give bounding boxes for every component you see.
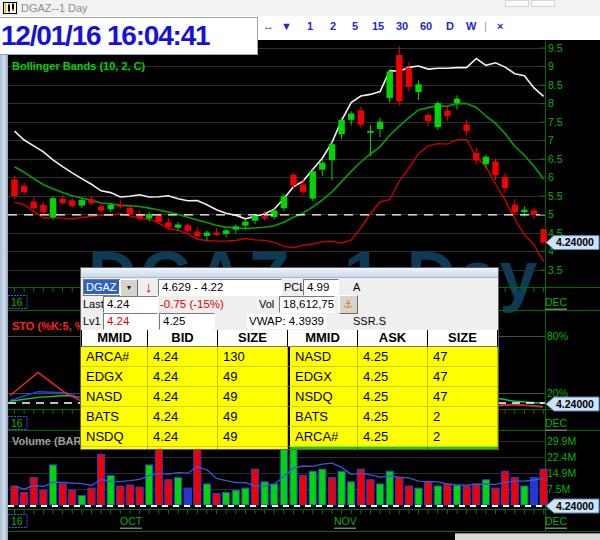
window-titlebar[interactable]: DGAZ--1 Day bbox=[0, 0, 600, 17]
date-first-label: 16 bbox=[11, 296, 23, 308]
l2-cell[interactable]: 4.25 bbox=[358, 427, 428, 447]
l2-cell[interactable]: 4.25 bbox=[358, 367, 428, 387]
direction-down-icon: ↓ bbox=[145, 278, 153, 295]
volume-tick-label: 22.4M bbox=[547, 451, 576, 463]
level2-titlebar[interactable] bbox=[81, 268, 498, 278]
date-first-label: 16 bbox=[11, 515, 23, 527]
month-label: DEC bbox=[545, 515, 568, 527]
l2-cell[interactable]: 47 bbox=[428, 367, 498, 387]
bollinger-upper-line bbox=[15, 59, 544, 219]
symbol-combo[interactable]: DGAZ bbox=[83, 279, 121, 296]
l2-cell[interactable]: 4.24 bbox=[148, 367, 218, 387]
change-text: -0.75 (-15%) bbox=[160, 298, 224, 310]
l2-cell[interactable]: 4.24 bbox=[148, 407, 218, 427]
volume-field: 18,612,753 bbox=[279, 296, 335, 313]
window-title: DGAZ--1 Day bbox=[21, 2, 88, 14]
month-label: DEC bbox=[545, 296, 568, 308]
timeframe-15min[interactable]: 15 bbox=[372, 20, 384, 32]
l2-table-row[interactable]: EDGA4.2445CHX4.26517 bbox=[81, 447, 498, 450]
l2-cell[interactable]: 4.25 bbox=[358, 387, 428, 407]
price-tick-label: 6.5 bbox=[548, 153, 563, 165]
l2-cell[interactable]: 47 bbox=[428, 347, 498, 367]
l2-cell[interactable]: 49 bbox=[218, 367, 288, 387]
last-price-tag: 4.24000 bbox=[546, 499, 599, 513]
close-icon[interactable]: × bbox=[497, 20, 503, 32]
last-label: Last bbox=[83, 298, 104, 310]
l2-table-row[interactable]: EDGX4.2449EDGX4.2547 bbox=[81, 367, 498, 387]
l2-cell[interactable]: 47 bbox=[428, 387, 498, 407]
level2-window[interactable]: DGAZ ▼ ↓ 4.629 - 4.22 PCL 4.99 A Last 4.… bbox=[80, 267, 499, 450]
l2-table-row[interactable]: ARCA#4.24130NASD4.2547 bbox=[81, 347, 498, 367]
l2-cell[interactable]: 4.25 bbox=[358, 347, 428, 367]
pan-arrows-icon[interactable]: ↔ bbox=[263, 20, 274, 32]
l2-cell[interactable]: 130 bbox=[218, 347, 288, 367]
timeframe-60min[interactable]: 60 bbox=[420, 20, 432, 32]
window-button-ghost[interactable] bbox=[505, 0, 529, 7]
tape-flag: A bbox=[353, 281, 360, 293]
l2-table-row[interactable]: BATS4.2449BATS4.252 bbox=[81, 407, 498, 427]
l2-cell[interactable]: NSDQ bbox=[288, 387, 358, 407]
price-tick-label: 5.5 bbox=[548, 190, 563, 202]
l2-cell[interactable]: NSDQ bbox=[81, 427, 148, 447]
l2-cell[interactable]: ARCA# bbox=[288, 427, 358, 447]
l2-cell[interactable]: NASD bbox=[288, 347, 358, 367]
price-tick-label: 7.5 bbox=[548, 116, 563, 128]
candlesticks bbox=[11, 46, 547, 243]
l2-cell[interactable]: NASD bbox=[81, 387, 148, 407]
timeframe-day[interactable]: D bbox=[446, 20, 454, 32]
window-frame-left bbox=[0, 40, 8, 540]
l2-cell[interactable]: EDGX bbox=[288, 367, 358, 387]
l2-table-row[interactable]: NSDQ4.2449ARCA#4.252 bbox=[81, 427, 498, 447]
l2-cell[interactable]: BATS bbox=[81, 407, 148, 427]
l2-cell[interactable]: 4.24 bbox=[148, 387, 218, 407]
dropdown-arrow-icon[interactable]: ▼ bbox=[281, 20, 292, 32]
price-tick-label: 8 bbox=[548, 97, 554, 109]
l2-header-cell: MMID bbox=[81, 330, 148, 347]
price-tick-label: 9 bbox=[548, 60, 554, 72]
anchor-button[interactable]: ⚓ bbox=[339, 295, 358, 314]
l2-cell[interactable]: 4.25 bbox=[358, 407, 428, 427]
l2-cell[interactable]: ARCA# bbox=[81, 347, 148, 367]
timeframe-week[interactable]: W bbox=[466, 20, 476, 32]
last-price-field: 4.24 bbox=[103, 296, 158, 313]
l2-header-cell: ASK bbox=[358, 330, 428, 347]
l2-cell[interactable]: 49 bbox=[218, 407, 288, 427]
timeframe-2min[interactable]: 2 bbox=[330, 20, 336, 32]
timeframe-30min[interactable]: 30 bbox=[396, 20, 408, 32]
ssr-flag: SSR.S bbox=[353, 315, 386, 327]
datetime-text: 12/01/16 16:04:41 bbox=[1, 20, 209, 52]
timeframe-5min[interactable]: 5 bbox=[352, 20, 358, 32]
l2-cell[interactable]: 4.24 bbox=[148, 427, 218, 447]
level2-table: MMIDBIDSIZEMMIDASKSIZEARCA#4.24130NASD4.… bbox=[81, 330, 498, 450]
day-range-field: 4.629 - 4.22 bbox=[158, 279, 282, 296]
l2-cell[interactable]: CHX bbox=[288, 447, 358, 450]
l2-cell[interactable]: BATS bbox=[288, 407, 358, 427]
l2-header-cell: MMID bbox=[288, 330, 358, 347]
l2-table-header: MMIDBIDSIZEMMIDASKSIZE bbox=[81, 330, 498, 347]
price-tick-label: 8.5 bbox=[548, 79, 563, 91]
sto-tick-label: 80% bbox=[547, 330, 568, 342]
l2-cell[interactable]: 4.24 bbox=[148, 447, 218, 450]
l2-cell[interactable]: 517 bbox=[428, 447, 498, 450]
lv1-label: Lv1 bbox=[83, 315, 101, 327]
l2-cell[interactable]: EDGX bbox=[81, 367, 148, 387]
window-button-ghost[interactable] bbox=[531, 0, 555, 7]
symbol-value: DGAZ bbox=[84, 280, 119, 294]
l2-cell[interactable]: 49 bbox=[218, 387, 288, 407]
l2-cell[interactable]: EDGA bbox=[81, 447, 148, 450]
datetime-display[interactable]: 12/01/16 16:04:41 bbox=[0, 17, 258, 55]
timeframe-1min[interactable]: 1 bbox=[307, 20, 313, 32]
volume-ma-line bbox=[15, 463, 544, 489]
lv1-bid-field: 4.24 bbox=[103, 313, 158, 330]
l2-cell[interactable]: 2 bbox=[428, 407, 498, 427]
l2-cell[interactable]: 2 bbox=[428, 427, 498, 447]
volume-tick-label: 7.5M bbox=[547, 483, 570, 495]
l2-cell[interactable]: 49 bbox=[218, 427, 288, 447]
l2-cell[interactable]: 4.26 bbox=[358, 447, 428, 450]
l2-cell[interactable]: 4.24 bbox=[148, 347, 218, 367]
l2-table-row[interactable]: NASD4.2449NSDQ4.2547 bbox=[81, 387, 498, 407]
svg-text:4.24000: 4.24000 bbox=[556, 236, 594, 248]
price-tick-label: 7 bbox=[548, 134, 554, 146]
price-tick-label: 5 bbox=[548, 208, 554, 220]
l2-cell[interactable]: 45 bbox=[218, 447, 288, 450]
